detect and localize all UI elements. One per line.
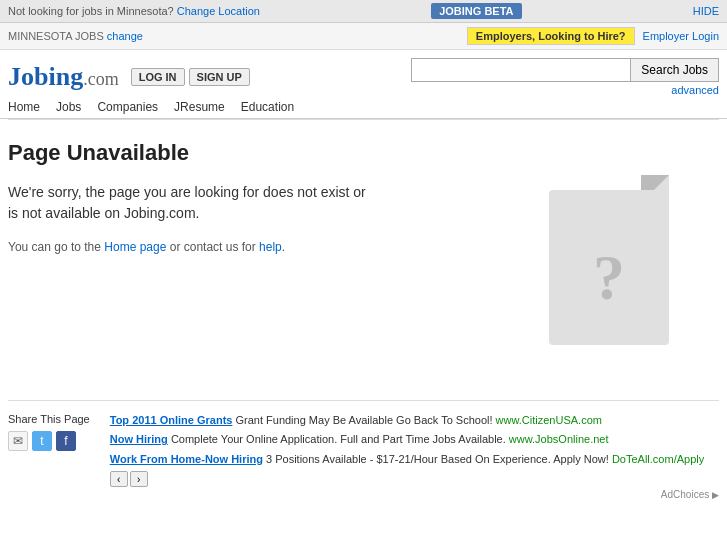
ad-3-title[interactable]: Work From Home-Now Hiring [110, 453, 263, 465]
nav-companies[interactable]: Companies [97, 100, 158, 114]
hide-link[interactable]: HIDE [693, 5, 719, 17]
search-row: Search Jobs [411, 58, 719, 82]
minnesota-bar: MINNESOTA JOBS change Employers, Looking… [0, 23, 727, 50]
ad-next-button[interactable]: › [130, 471, 148, 487]
ad-navigation: ‹ › [110, 471, 719, 487]
nav-home[interactable]: Home [8, 100, 40, 114]
share-title: Share This Page [8, 413, 90, 425]
footer: Share This Page ✉ t f Top 2011 Online Gr… [0, 401, 727, 512]
nav-jresume[interactable]: JResume [174, 100, 225, 114]
share-twitter-icon[interactable]: t [32, 431, 52, 451]
employer-area: Employers, Looking to Hire? Employer Log… [467, 27, 719, 45]
page-title: Page Unavailable [8, 140, 479, 166]
ad-2-url: www.JobsOnline.net [509, 433, 609, 445]
help-link[interactable]: help [259, 240, 282, 254]
share-facebook-icon[interactable]: f [56, 431, 76, 451]
share-section: Share This Page ✉ t f [8, 413, 90, 500]
ad-item-3: Work From Home-Now Hiring 3 Positions Av… [110, 452, 719, 467]
document-icon: ? [539, 175, 679, 345]
change-location-link[interactable]: Change Location [177, 5, 260, 17]
nav-bar: Home Jobs Companies JResume Education [0, 96, 727, 119]
jobing-beta-badge: JOBING BETA [431, 3, 521, 19]
ad-1-desc: Grant Funding May Be Available Go Back T… [235, 414, 495, 426]
search-area: Search Jobs advanced [411, 58, 719, 96]
ad-item-2: Now Hiring Complete Your Online Applicat… [110, 432, 719, 447]
adchoices: AdChoices ▶ [110, 489, 719, 500]
ad-1-url: www.CitizenUSA.com [496, 414, 602, 426]
ads-section: Top 2011 Online Grants Grant Funding May… [110, 413, 719, 500]
ad-2-desc: Complete Your Online Application. Full a… [171, 433, 509, 445]
signup-button[interactable]: SIGN UP [189, 68, 250, 86]
site-logo: Jobing.com [8, 62, 119, 92]
search-input[interactable] [411, 58, 631, 82]
ad-1-title[interactable]: Top 2011 Online Grants [110, 414, 233, 426]
main-content: Page Unavailable We're sorry, the page y… [0, 120, 727, 400]
minnesota-label: MINNESOTA JOBS change [8, 30, 143, 42]
top-bar: Not looking for jobs in Minnesota? Chang… [0, 0, 727, 23]
advanced-search-link[interactable]: advanced [671, 84, 719, 96]
change-link[interactable]: change [107, 30, 143, 42]
adchoices-icon: ▶ [712, 490, 719, 500]
search-button[interactable]: Search Jobs [631, 58, 719, 82]
error-content: Page Unavailable We're sorry, the page y… [8, 140, 499, 380]
question-mark-icon: ? [593, 241, 625, 315]
ad-2-title[interactable]: Now Hiring [110, 433, 168, 445]
nav-jobs[interactable]: Jobs [56, 100, 81, 114]
logo-area: Jobing.com LOG IN SIGN UP [8, 62, 250, 92]
auth-links: LOG IN SIGN UP [131, 68, 250, 86]
go-to-message: You can go to the Home page or contact u… [8, 240, 479, 254]
doc-icon-area: ? [499, 140, 719, 380]
nav-education[interactable]: Education [241, 100, 294, 114]
login-button[interactable]: LOG IN [131, 68, 185, 86]
sorry-message: We're sorry, the page you are looking fo… [8, 182, 368, 224]
employer-login-link[interactable]: Employer Login [643, 30, 719, 42]
doc-body: ? [549, 190, 669, 345]
ad-prev-button[interactable]: ‹ [110, 471, 128, 487]
employers-button[interactable]: Employers, Looking to Hire? [467, 27, 635, 45]
ad-3-desc: 3 Positions Available - $17-21/Hour Base… [266, 453, 612, 465]
ad-3-url: DoTeAll.com/Apply [612, 453, 704, 465]
header: Jobing.com LOG IN SIGN UP Search Jobs ad… [0, 50, 727, 96]
top-bar-message: Not looking for jobs in Minnesota? Chang… [8, 5, 260, 17]
share-icons: ✉ t f [8, 431, 90, 451]
home-page-link[interactable]: Home page [104, 240, 166, 254]
ad-item-1: Top 2011 Online Grants Grant Funding May… [110, 413, 719, 428]
share-email-icon[interactable]: ✉ [8, 431, 28, 451]
